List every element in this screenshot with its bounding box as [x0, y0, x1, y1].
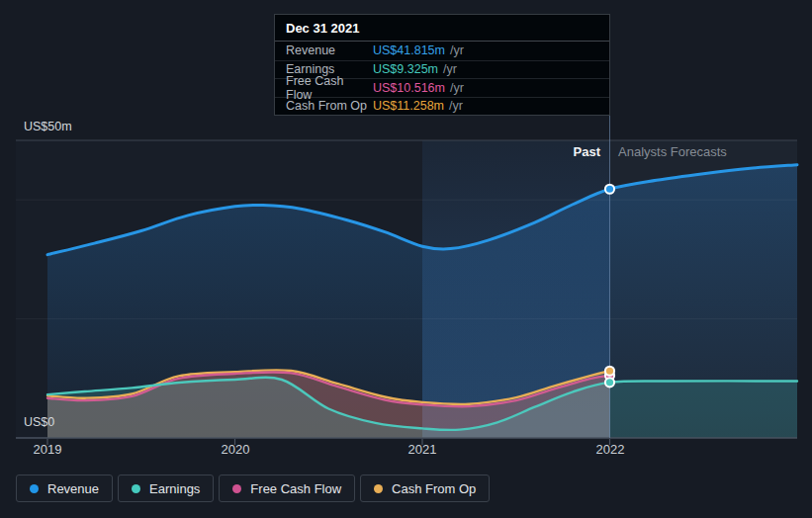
free-cash-flow-dot-icon	[232, 484, 241, 493]
tooltip-unit: /yr	[443, 62, 457, 76]
tooltip-value: US$10.516m	[373, 81, 445, 95]
tooltip-row-free-cash-flow: Free Cash Flow US$10.516m /yr	[275, 78, 609, 97]
legend-item-free-cash-flow[interactable]: Free Cash Flow	[219, 475, 355, 502]
legend-label: Cash From Op	[392, 481, 476, 496]
past-label: Past	[574, 144, 600, 159]
tooltip-label: Revenue	[286, 43, 373, 57]
legend-label: Revenue	[47, 481, 99, 496]
tooltip-title: Dec 31 2021	[275, 15, 609, 42]
tooltip-unit: /yr	[450, 81, 464, 95]
legend-item-earnings[interactable]: Earnings	[118, 475, 214, 502]
chart-tooltip: Dec 31 2021 Revenue US$41.815m /yr Earni…	[274, 14, 610, 116]
revenue-dot-icon	[30, 484, 39, 493]
forecast-label: Analysts Forecasts	[618, 144, 727, 159]
earnings-dot-icon	[132, 484, 140, 493]
x-tick-2019: 2019	[18, 442, 77, 457]
cash-from-op-dot-icon	[374, 484, 383, 493]
legend-label: Earnings	[149, 481, 200, 496]
tooltip-value: US$9.325m	[373, 62, 438, 76]
tooltip-unit: /yr	[450, 43, 464, 57]
tooltip-row-revenue: Revenue US$41.815m /yr	[275, 42, 609, 60]
chart-panel: US$50m US$0 Past Analysts Forecasts 2019…	[0, 0, 812, 518]
tooltip-unit: /yr	[449, 99, 463, 113]
tooltip-label: Free Cash Flow	[286, 74, 373, 102]
tooltip-label: Cash From Op	[286, 99, 373, 113]
tooltip-row-cash-from-op: Cash From Op US$11.258m /yr	[275, 97, 609, 116]
legend-item-cash-from-op[interactable]: Cash From Op	[360, 475, 490, 502]
chart-legend: Revenue Earnings Free Cash Flow Cash Fro…	[16, 475, 490, 502]
y-axis-label-zero: US$0	[24, 415, 54, 429]
tooltip-value: US$11.258m	[373, 99, 444, 113]
legend-item-revenue[interactable]: Revenue	[16, 475, 113, 502]
tooltip-value: US$41.815m	[373, 43, 445, 57]
x-tick-2022: 2022	[581, 442, 640, 457]
legend-label: Free Cash Flow	[250, 481, 341, 496]
y-axis-label-top: US$50m	[24, 120, 72, 133]
x-tick-2020: 2020	[206, 442, 265, 457]
x-tick-2021: 2021	[393, 442, 452, 457]
